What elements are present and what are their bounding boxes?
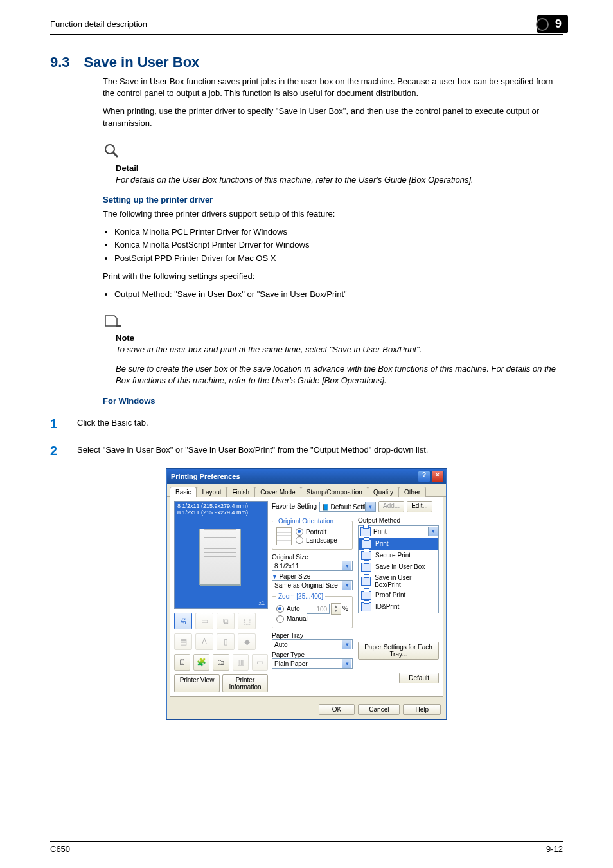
output-method-bullet: Output Method: "Save in User Box" or "Sa… xyxy=(114,289,563,300)
preview-zoom-indicator: x1 xyxy=(258,601,265,607)
favorite-setting-select[interactable]: 📘 Default Setting xyxy=(319,502,376,512)
preview-tool-icon[interactable]: ▤ xyxy=(174,633,192,650)
tab-layout[interactable]: Layout xyxy=(196,487,227,497)
original-orientation-group: Original Orientation Portrait xyxy=(272,518,353,550)
preview-tool-icon[interactable]: 🧩 xyxy=(193,654,209,671)
output-method-option-proof-print[interactable]: Proof Print xyxy=(359,590,438,601)
driver-item: Konica Minolta PCL Printer Driver for Wi… xyxy=(114,226,563,238)
ok-button[interactable]: OK xyxy=(319,704,355,715)
help-button[interactable]: Help xyxy=(403,704,441,715)
orientation-page-icon xyxy=(276,527,292,545)
preview-toolbar-row3: 🗓 🧩 🗂 ▥ ▭ xyxy=(174,654,268,671)
detail-text: For details on the User Box functions of… xyxy=(116,174,563,186)
step-number: 2 xyxy=(50,442,63,460)
close-button[interactable]: × xyxy=(431,471,444,482)
preview-sheet-icon xyxy=(199,529,240,585)
output-method-option-id-print[interactable]: ID&Print xyxy=(359,601,438,613)
note-icon xyxy=(103,313,121,333)
zoom-percent-label: % xyxy=(342,605,348,612)
preview-tool-icon[interactable]: 🗓 xyxy=(174,654,190,671)
output-method-option-print[interactable]: Print xyxy=(359,538,438,550)
step-text: Select "Save in User Box" or "Save in Us… xyxy=(77,442,428,460)
printer-information-button[interactable]: Printer Information xyxy=(222,674,268,692)
cancel-button[interactable]: Cancel xyxy=(358,704,400,715)
tab-quality[interactable]: Quality xyxy=(368,487,399,497)
intro-paragraph-1: The Save in User Box function saves prin… xyxy=(103,76,563,99)
zoom-manual-radio[interactable] xyxy=(276,615,284,623)
portrait-radio-row[interactable]: Portrait xyxy=(296,528,337,536)
tab-basic[interactable]: Basic xyxy=(170,487,197,497)
dialog-titlebar[interactable]: Printing Preferences ? × xyxy=(167,469,446,484)
svg-point-3 xyxy=(118,325,120,327)
printer-icon xyxy=(361,551,371,560)
printer-icon xyxy=(361,577,371,586)
help-button[interactable]: ? xyxy=(418,471,431,482)
page-preview: 8 1/2x11 (215.9x279.4 mm) 8 1/2x11 (215.… xyxy=(174,501,268,609)
section-title: Save in User Box xyxy=(84,54,200,71)
landscape-radio[interactable] xyxy=(296,536,303,544)
output-method-option-save-in-user-box[interactable]: Save in User Box xyxy=(359,561,438,573)
printer-icon xyxy=(361,591,371,600)
preview-tool-icon[interactable]: ⬚ xyxy=(238,613,256,629)
tab-other[interactable]: Other xyxy=(398,487,426,497)
dialog-tabstrip: Basic Layout Finish Cover Mode Stamp/Com… xyxy=(167,484,446,497)
printing-preferences-dialog: Printing Preferences ? × Basic Layout Fi… xyxy=(166,469,447,719)
output-method-label: Output Method xyxy=(358,517,439,524)
output-method-list: Output Method: "Save in User Box" or "Sa… xyxy=(103,289,563,300)
original-orientation-legend: Original Orientation xyxy=(276,518,335,525)
preview-tool-icon[interactable]: 🗂 xyxy=(213,654,229,671)
printer-view-button[interactable]: Printer View xyxy=(174,674,220,692)
default-button[interactable]: Default xyxy=(399,673,439,683)
driver-item: PostScript PPD Printer Driver for Mac OS… xyxy=(114,253,563,264)
zoom-value-input[interactable]: 100 xyxy=(306,604,330,614)
output-method-select[interactable]: Print xyxy=(358,525,439,538)
original-size-value: 8 1/2x11 xyxy=(274,563,299,570)
favorite-add-button[interactable]: Add... xyxy=(378,501,404,512)
favorite-edit-button[interactable]: Edit... xyxy=(407,501,432,512)
preview-toolbar-row2: ▤ A ▯ ◆ xyxy=(174,633,268,650)
paper-tray-select[interactable]: Auto xyxy=(272,639,353,649)
preview-tool-icon[interactable]: ▯ xyxy=(217,633,235,650)
portrait-label: Portrait xyxy=(306,529,326,536)
landscape-radio-row[interactable]: Landscape xyxy=(296,536,337,544)
preview-tool-icon[interactable]: A xyxy=(195,633,213,650)
running-head-title: Function detail description xyxy=(50,19,147,29)
favorite-setting-value: Default Setting xyxy=(331,503,373,511)
zoom-stepper[interactable]: ▴▾ xyxy=(331,603,341,615)
output-method-option-secure-print[interactable]: Secure Print xyxy=(359,550,438,561)
output-method-option-save-in-user-box-print[interactable]: Save in User Box/Print xyxy=(359,573,438,590)
preview-tool-output-icon[interactable]: 🖨 xyxy=(174,613,192,629)
preview-tool-icon[interactable]: ▭ xyxy=(252,654,268,671)
step-number: 1 xyxy=(50,415,63,433)
tab-finish[interactable]: Finish xyxy=(226,487,255,497)
paper-size-value: Same as Original Size xyxy=(274,582,338,589)
zoom-auto-radio-row[interactable]: Auto 100 ▴▾ % xyxy=(276,603,348,615)
paper-settings-button[interactable]: Paper Settings for Each Tray... xyxy=(358,642,439,660)
tab-cover-mode[interactable]: Cover Mode xyxy=(254,487,301,497)
paper-type-value: Plain Paper xyxy=(274,660,308,667)
section-heading: 9.3 Save in User Box xyxy=(50,54,563,71)
preview-tool-icon[interactable]: ▭ xyxy=(195,613,213,629)
printer-icon xyxy=(360,527,371,536)
portrait-radio[interactable] xyxy=(296,528,303,536)
original-size-select[interactable]: 8 1/2x11 xyxy=(272,561,353,571)
preview-tool-icon[interactable]: ▥ xyxy=(233,654,249,671)
svg-point-4 xyxy=(120,325,121,327)
paper-type-select[interactable]: Plain Paper xyxy=(272,658,353,669)
zoom-legend: Zoom [25...400] xyxy=(276,593,325,600)
tab-stamp-composition[interactable]: Stamp/Composition xyxy=(301,487,368,497)
preview-tool-icon[interactable]: ◆ xyxy=(238,633,256,650)
zoom-manual-radio-row[interactable]: Manual xyxy=(276,615,348,623)
preview-toolbar-row1: 🖨 ▭ ⧉ ⬚ xyxy=(174,613,268,629)
drivers-intro: The following three printer drivers supp… xyxy=(103,208,563,220)
printer-icon xyxy=(361,563,371,572)
note-text-1: To save in the user box and print at the… xyxy=(116,344,563,356)
output-method-dropdown-list: Print Secure Print Save in User Box Save… xyxy=(358,538,439,613)
driver-item: Konica Minolta PostScript Printer Driver… xyxy=(114,239,563,251)
footer-model: C650 xyxy=(50,844,70,854)
paper-size-select[interactable]: Same as Original Size xyxy=(272,580,353,590)
preview-tool-icon[interactable]: ⧉ xyxy=(217,613,235,629)
zoom-auto-radio[interactable] xyxy=(276,605,284,613)
for-windows-heading: For Windows xyxy=(103,396,563,406)
svg-line-1 xyxy=(113,152,117,156)
